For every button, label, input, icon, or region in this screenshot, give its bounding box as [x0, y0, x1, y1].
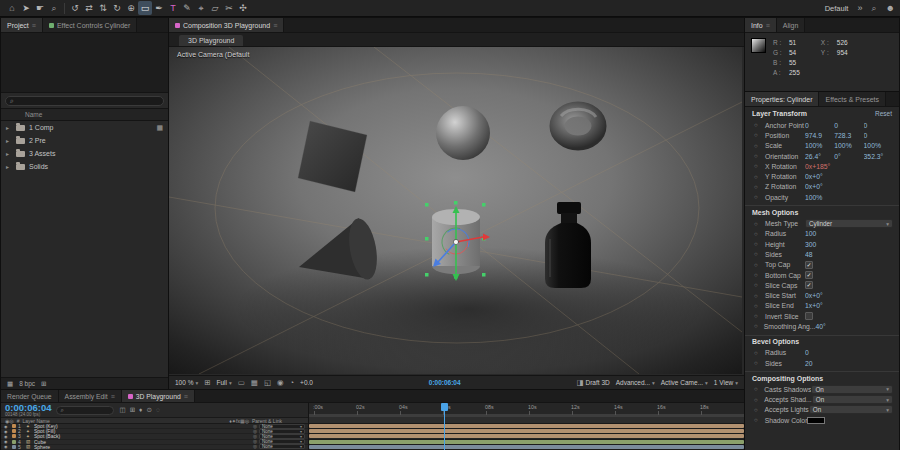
layer-duration-bar[interactable]	[309, 440, 744, 444]
property-value[interactable]: 0	[864, 132, 893, 139]
mask-outline-icon[interactable]: ◱	[264, 378, 271, 387]
checkbox[interactable]	[805, 312, 813, 320]
stopwatch-icon[interactable]: ○	[754, 313, 765, 319]
property-value[interactable]: 100%	[805, 194, 834, 201]
layer-row-sphere[interactable]: ◉5▧Sphere◎None▾	[1, 445, 308, 450]
pan-camera-tool[interactable]: ⇄	[82, 1, 96, 15]
property-value[interactable]: 0°	[834, 153, 863, 160]
layer-color-swatch[interactable]	[12, 445, 16, 449]
snapshot-icon[interactable]: ◉	[277, 378, 284, 387]
orbit-camera-tool[interactable]: ↺	[68, 1, 82, 15]
stopwatch-icon[interactable]: ○	[754, 417, 765, 423]
dropdown[interactable]: On▾	[811, 385, 893, 394]
panel-menu-icon[interactable]: ≡	[184, 393, 188, 400]
parent-dropdown[interactable]: None▾	[259, 444, 305, 449]
stopwatch-icon[interactable]: ○	[754, 251, 765, 257]
project-columns-header[interactable]: Name	[1, 109, 168, 121]
search-workspace-icon[interactable]: ⌕	[871, 3, 876, 14]
stopwatch-icon[interactable]: ○	[754, 272, 765, 278]
tab-3d-playground[interactable]: 3D Playground≡	[122, 390, 195, 402]
stopwatch-icon[interactable]: ○	[754, 184, 765, 190]
camera-menu[interactable]: Active Came...▾	[661, 379, 708, 386]
dolly-camera-tool[interactable]: ⇅	[96, 1, 110, 15]
workspace-more-chevrons[interactable]: »	[857, 3, 862, 13]
stopwatch-icon[interactable]: ○	[754, 163, 765, 169]
tab-project[interactable]: Project≡	[1, 18, 43, 32]
property-value[interactable]: 0	[834, 122, 863, 129]
property-value[interactable]: 0	[864, 122, 893, 129]
stopwatch-icon[interactable]: ○	[754, 386, 764, 392]
stopwatch-icon[interactable]: ○	[754, 132, 765, 138]
stopwatch-icon[interactable]: ○	[754, 282, 765, 288]
timeline-columns-header[interactable]: ◉◎ # Layer Name ♦✦fx▦◎ Parent & Link	[1, 417, 308, 424]
layer-duration-bar[interactable]	[309, 424, 744, 428]
tab-assembly-edit[interactable]: Assembly Edit≡	[59, 390, 122, 402]
type-tool[interactable]: T	[166, 1, 180, 15]
rotation-tool[interactable]: ↻	[110, 1, 124, 15]
stopwatch-icon[interactable]: ○	[754, 122, 765, 128]
panel-menu-icon[interactable]: ≡	[273, 22, 277, 29]
magnification-menu[interactable]: 100 %▾	[175, 379, 198, 386]
playhead-line[interactable]	[444, 411, 445, 450]
property-value[interactable]: 974.9	[805, 132, 834, 139]
reset-link[interactable]: Reset	[875, 110, 892, 117]
transparency-grid-icon[interactable]: ▦	[251, 378, 258, 387]
property-value[interactable]: 0x+185°	[805, 163, 834, 170]
visibility-eye-icon[interactable]: ◉	[4, 444, 10, 449]
hand-tool[interactable]: ☛	[33, 1, 47, 15]
project-item-solids[interactable]: ▸Solids	[1, 160, 168, 173]
stopwatch-icon[interactable]: ○	[754, 231, 765, 237]
property-value[interactable]: 100%	[864, 142, 893, 149]
home-tool[interactable]: ⌂	[5, 1, 19, 15]
timeline-tool-icon-1[interactable]: ⊞	[130, 406, 135, 414]
layer-duration-bar[interactable]	[309, 434, 744, 438]
stopwatch-icon[interactable]: ○	[754, 350, 765, 356]
property-value[interactable]: 0x+0°	[805, 173, 834, 180]
checkbox[interactable]: ✓	[805, 261, 813, 269]
dropdown[interactable]: On▾	[809, 405, 893, 414]
comp-timecode[interactable]: 0:00:06:04	[429, 379, 461, 386]
property-value[interactable]: 100	[805, 230, 834, 237]
property-value[interactable]: 100%	[834, 142, 863, 149]
grid-guides-icon[interactable]: ⊞	[204, 378, 210, 387]
stopwatch-icon[interactable]: ○	[754, 174, 765, 180]
property-value[interactable]: 0x+0°	[805, 292, 834, 299]
roto-brush-tool[interactable]: ✂	[222, 1, 236, 15]
dropdown[interactable]: Cylinder▾	[805, 219, 893, 228]
property-value[interactable]: 0	[805, 122, 834, 129]
timeline-tool-icon-4[interactable]: ◌	[156, 406, 160, 414]
project-item-2-pre[interactable]: ▸2 Pre	[1, 134, 168, 147]
stopwatch-icon[interactable]: ○	[754, 407, 765, 413]
timeline-tool-icon-0[interactable]: ◫	[119, 406, 125, 414]
stopwatch-icon[interactable]: ○	[754, 241, 765, 247]
active-camera-label[interactable]: Active Camera (Default	[177, 51, 249, 58]
property-value[interactable]: 0	[805, 349, 834, 356]
stopwatch-icon[interactable]: ○	[754, 360, 765, 366]
stopwatch-icon[interactable]: ○	[754, 303, 765, 309]
renderer-button[interactable]: ◨Draft 3D	[576, 378, 609, 387]
property-value[interactable]: 728.3	[834, 132, 863, 139]
new-folder-icon[interactable]: ⊞	[41, 380, 46, 388]
view-tab-3d-playground[interactable]: 3D Playground	[179, 35, 243, 46]
project-item-1-comp[interactable]: ▸1 Comp▦	[1, 121, 168, 134]
selection-tool[interactable]: ➤	[19, 1, 33, 15]
property-value[interactable]: 26.4°	[805, 153, 834, 160]
layer-color-swatch[interactable]	[12, 434, 16, 438]
timeline-tool-icon-3[interactable]: ⊙	[146, 406, 151, 414]
property-value[interactable]: 0x+0°	[805, 183, 834, 190]
color-depth-label[interactable]: 8 bpc	[19, 380, 35, 387]
stopwatch-icon[interactable]: ○	[754, 221, 765, 227]
tab-effect-controls-cylinder[interactable]: Effect Controls Cylinder	[43, 18, 137, 32]
timeline-search-input[interactable]: ⌕	[56, 406, 114, 415]
region-of-interest-icon[interactable]: ▭	[238, 378, 245, 387]
layer-color-swatch[interactable]	[12, 429, 16, 433]
account-icon[interactable]: ☻	[886, 3, 895, 13]
stopwatch-icon[interactable]: ○	[754, 323, 764, 329]
stopwatch-icon[interactable]: ○	[754, 262, 765, 268]
project-flowchart-icon[interactable]: ▦	[7, 380, 13, 388]
stopwatch-icon[interactable]: ○	[754, 397, 764, 403]
stopwatch-icon[interactable]: ○	[754, 143, 765, 149]
panel-menu-icon[interactable]: ≡	[32, 22, 36, 29]
property-value[interactable]: 352.3°	[864, 153, 893, 160]
tab-render-queue[interactable]: Render Queue	[1, 390, 59, 402]
